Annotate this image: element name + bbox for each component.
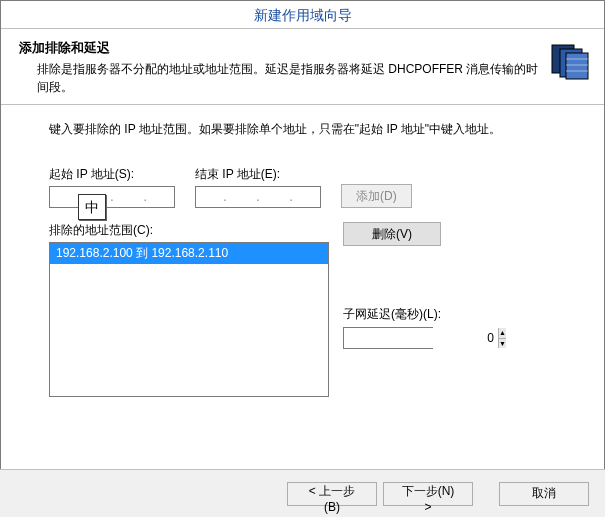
dhcp-icon [548,39,590,81]
end-ip-label: 结束 IP 地址(E): [195,166,321,183]
start-ip-input[interactable]: . . . [49,186,175,208]
ime-indicator[interactable]: 中 [78,194,106,220]
list-item[interactable]: 192.168.2.100 到 192.168.2.110 [50,243,328,264]
excluded-range-listbox[interactable]: 192.168.2.100 到 192.168.2.110 [49,242,329,397]
end-ip-input[interactable]: . . . [195,186,321,208]
remove-button[interactable]: 删除(V) [343,222,441,246]
start-ip-label: 起始 IP 地址(S): [49,166,175,183]
spin-up-button[interactable]: ▲ [499,328,506,339]
wizard-footer: < 上一步(B) 下一步(N) > 取消 [0,469,605,517]
header-description: 排除是指服务器不分配的地址或地址范围。延迟是指服务器将延迟 DHCPOFFER … [37,60,540,96]
svg-rect-2 [566,53,588,79]
subnet-delay-label: 子网延迟(毫秒)(L): [343,306,441,323]
spin-down-button[interactable]: ▼ [499,339,506,349]
add-button[interactable]: 添加(D) [341,184,412,208]
excluded-range-label: 排除的地址范围(C): [49,222,329,239]
subnet-delay-input[interactable] [344,328,498,348]
wizard-header: 添加排除和延迟 排除是指服务器不分配的地址或地址范围。延迟是指服务器将延迟 DH… [1,29,604,105]
wizard-title: 新建作用域向导 [1,1,604,29]
back-button[interactable]: < 上一步(B) [287,482,377,506]
wizard-content: 键入要排除的 IP 地址范围。如果要排除单个地址，只需在"起始 IP 地址"中键… [1,105,604,407]
instruction-text: 键入要排除的 IP 地址范围。如果要排除单个地址，只需在"起始 IP 地址"中键… [49,121,564,138]
next-button[interactable]: 下一步(N) > [383,482,473,506]
header-title: 添加排除和延迟 [19,39,540,57]
cancel-button[interactable]: 取消 [499,482,589,506]
